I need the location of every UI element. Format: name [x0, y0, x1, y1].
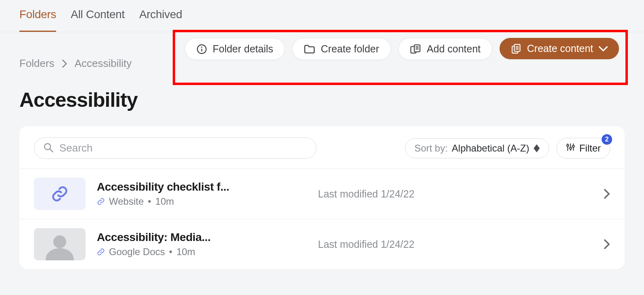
chevron-right-icon	[62, 60, 67, 68]
tab-all-content[interactable]: All Content	[71, 8, 125, 32]
svg-rect-20	[572, 145, 574, 147]
svg-point-1	[201, 46, 203, 48]
tab-archived[interactable]: Archived	[139, 8, 182, 32]
folder-icon	[304, 44, 315, 54]
create-content-label: Create content	[527, 43, 593, 54]
filter-label: Filter	[579, 143, 601, 154]
svg-line-14	[50, 149, 52, 152]
thumbnail-link	[34, 178, 86, 210]
item-modified: Last modified 1/24/22	[318, 239, 592, 250]
row-main: Accessibility checklist f... Website • 1…	[97, 181, 307, 207]
item-source: Google Docs	[109, 246, 165, 258]
create-folder-label: Create folder	[321, 43, 379, 55]
chevron-right-icon	[604, 189, 610, 199]
filter-button[interactable]: Filter 2	[556, 138, 610, 159]
card-controls: Sort by: Alphabetical (A-Z) Filter 2	[19, 126, 625, 168]
item-modified: Last modified 1/24/22	[318, 188, 592, 200]
add-content-icon	[410, 44, 421, 54]
sort-arrows-icon	[533, 144, 540, 152]
item-title: Accessibility checklist f...	[97, 181, 307, 193]
link-icon	[97, 248, 105, 256]
breadcrumb: Folders Accessibility	[19, 57, 132, 70]
list-item[interactable]: Accessibility checklist f... Website • 1…	[19, 168, 625, 219]
svg-point-13	[44, 143, 50, 150]
thumbnail-avatar	[34, 228, 86, 260]
item-subtitle: Google Docs • 10m	[97, 246, 307, 258]
link-icon	[97, 197, 105, 206]
breadcrumb-root[interactable]: Folders	[19, 57, 54, 70]
svg-point-21	[53, 235, 66, 248]
search-icon	[43, 142, 54, 154]
content-card: Sort by: Alphabetical (A-Z) Filter 2	[19, 126, 625, 269]
add-content-label: Add content	[427, 43, 481, 55]
page-title: Accessibility	[0, 85, 644, 121]
actions-highlight-box: Folder details Create folder Add content	[173, 30, 628, 85]
breadcrumb-current[interactable]: Accessibility	[75, 57, 132, 70]
dot-separator: •	[148, 196, 151, 207]
item-title: Accessibility: Media...	[97, 231, 307, 244]
create-content-button[interactable]: Create content	[500, 38, 619, 59]
sort-value: Alphabetical (A-Z)	[452, 143, 529, 154]
header-row: Folders Accessibility Folder details Cre…	[0, 32, 644, 85]
item-duration: 10m	[176, 246, 195, 258]
dot-separator: •	[169, 246, 172, 258]
add-content-button[interactable]: Add content	[398, 38, 492, 60]
sliders-icon	[566, 142, 575, 154]
svg-rect-18	[567, 145, 569, 146]
row-main: Accessibility: Media... Google Docs • 10…	[97, 231, 307, 258]
search-field-wrap[interactable]	[34, 137, 316, 159]
chevron-right-icon	[604, 239, 610, 249]
create-folder-button[interactable]: Create folder	[292, 38, 391, 60]
svg-rect-4	[414, 45, 420, 52]
chevron-down-icon	[599, 46, 608, 52]
item-source: Website	[109, 196, 144, 207]
svg-rect-2	[201, 48, 202, 52]
folder-details-label: Folder details	[213, 43, 273, 55]
item-duration: 10m	[155, 196, 174, 207]
document-icon	[511, 44, 521, 54]
folder-details-button[interactable]: Folder details	[185, 38, 285, 60]
search-input[interactable]	[59, 142, 307, 154]
tab-folders[interactable]: Folders	[19, 8, 56, 32]
item-subtitle: Website • 10m	[97, 196, 307, 207]
info-icon	[197, 44, 207, 54]
sort-prefix: Sort by:	[414, 143, 448, 154]
list-item[interactable]: Accessibility: Media... Google Docs • 10…	[19, 219, 625, 269]
sort-dropdown[interactable]: Sort by: Alphabetical (A-Z)	[405, 138, 549, 158]
svg-rect-19	[569, 148, 571, 149]
tabs-bar: Folders All Content Archived	[0, 0, 644, 32]
filter-badge: 2	[602, 134, 612, 145]
